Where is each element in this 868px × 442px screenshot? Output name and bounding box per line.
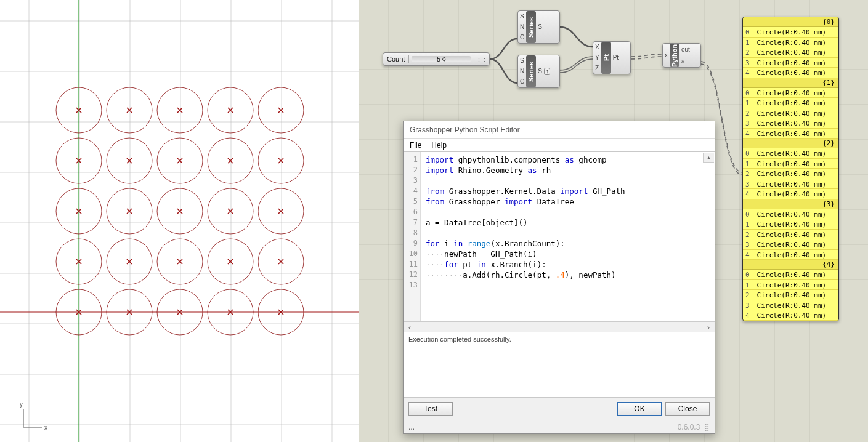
panel-item-row: 2 Circle(R:0.40 mm) [743, 47, 838, 58]
panel-item-row: 0 Circle(R:0.40 mm) [743, 88, 838, 98]
component-title: Series [526, 55, 536, 87]
panel-item-row: 4 Circle(R:0.40 mm) [743, 250, 838, 260]
test-button[interactable]: Test [408, 402, 453, 416]
branch-path-header: {1} [743, 78, 838, 88]
grasshopper-canvas[interactable]: Count 5 ◊ ⋮⋮ S N C Series S S N C Series… [359, 0, 868, 442]
close-button[interactable]: Close [665, 402, 710, 416]
panel-item-row: 4 Circle(R:0.40 mm) [743, 189, 838, 199]
port-C-in[interactable]: C [518, 33, 526, 42]
panel-item-row: 3 Circle(R:0.40 mm) [743, 300, 838, 311]
port-C-in[interactable]: C [518, 77, 526, 87]
editor-version: 0.6.0.3 [678, 423, 700, 432]
port-a[interactable]: a [679, 57, 692, 66]
editor-titlebar[interactable]: Grasshopper Python Script Editor [404, 121, 715, 139]
editor-menubar: File Help [404, 139, 715, 152]
port-Z[interactable]: Z [593, 63, 601, 73]
status-ellipsis: ... [408, 423, 415, 432]
editor-hscrollbar[interactable]: ‹ › [404, 321, 715, 332]
scroll-left-icon[interactable]: ‹ [405, 323, 415, 332]
panel-item-row: 1 Circle(R:0.40 mm) [743, 38, 838, 48]
resize-grip-icon[interactable]: 0.6.0.3 ⣿ [678, 423, 710, 432]
panel-item-row: 3 Circle(R:0.40 mm) [743, 118, 838, 129]
panel-item-row: 1 Circle(R:0.40 mm) [743, 159, 838, 169]
panel-item-row: 1 Circle(R:0.40 mm) [743, 98, 838, 108]
execution-status: Execution completed successfully. [408, 336, 511, 343]
component-title: Pt [601, 42, 611, 74]
branch-path-header: {0} [743, 17, 838, 27]
graft-icon: ↑ [544, 68, 551, 75]
code-area: ▴ 1 2 3 4 5 6 7 8 9 10 11 12 13 import g… [404, 152, 715, 321]
slider-label: Count [383, 55, 409, 63]
menu-file[interactable]: File [410, 141, 421, 150]
port-Pt-out[interactable]: Pt [611, 53, 620, 63]
panel-item-row: 4 Circle(R:0.40 mm) [743, 310, 838, 321]
panel-item-row: 0 Circle(R:0.40 mm) [743, 270, 838, 280]
slider-value: 5 ◊ [437, 55, 446, 63]
rhino-viewport[interactable]: xy [0, 0, 359, 442]
branch-path-header: {2} [743, 139, 838, 148]
svg-text:x: x [44, 424, 47, 431]
editor-statusbar: ... 0.6.0.3 ⣿ [404, 420, 715, 433]
port-Y[interactable]: Y [593, 53, 601, 63]
panel-item-row: 2 Circle(R:0.40 mm) [743, 108, 838, 119]
output-panel[interactable]: {0}0 Circle(R:0.40 mm)1 Circle(R:0.40 mm… [742, 17, 839, 321]
svg-text:y: y [20, 401, 23, 408]
port-S-in[interactable]: S [518, 12, 526, 22]
component-series-2[interactable]: S N C Series S ↑ [517, 55, 560, 88]
python-script-editor-window[interactable]: Grasshopper Python Script Editor File He… [403, 121, 715, 434]
component-title: Series [526, 11, 536, 43]
port-N-in[interactable]: N [518, 22, 526, 32]
code-editor[interactable]: import ghpythonlib.components as ghcomp … [421, 152, 715, 321]
port-S-in[interactable]: S [518, 56, 526, 66]
port-S-out[interactable]: S [536, 22, 544, 32]
port-out[interactable]: out [679, 45, 692, 55]
panel-item-row: 3 Circle(R:0.40 mm) [743, 239, 838, 250]
panel-item-row: 0 Circle(R:0.40 mm) [743, 209, 838, 220]
component-series-1[interactable]: S N C Series S [517, 10, 560, 44]
panel-item-row: 2 Circle(R:0.40 mm) [743, 290, 838, 300]
panel-item-row: 1 Circle(R:0.40 mm) [743, 280, 838, 291]
slider-grip-icon: ⋮⋮ [473, 55, 489, 63]
port-S-out[interactable]: S [536, 66, 544, 76]
panel-item-row: 3 Circle(R:0.40 mm) [743, 58, 838, 68]
scroll-right-icon[interactable]: › [704, 323, 713, 332]
line-gutter: 1 2 3 4 5 6 7 8 9 10 11 12 13 [404, 152, 421, 321]
panel-item-row: 2 Circle(R:0.40 mm) [743, 230, 838, 240]
ok-button[interactable]: OK [617, 402, 662, 416]
editor-title: Grasshopper Python Script Editor [410, 126, 520, 134]
branch-path-header: {3} [743, 199, 838, 209]
component-python[interactable]: x Python out a [662, 43, 701, 68]
viewport-svg: xy [0, 0, 359, 442]
port-X[interactable]: X [593, 42, 601, 52]
port-x-in[interactable]: x [663, 50, 670, 60]
slider-track[interactable]: 5 ◊ [412, 56, 471, 62]
number-slider-count[interactable]: Count 5 ◊ ⋮⋮ [383, 52, 490, 66]
panel-item-row: 2 Circle(R:0.40 mm) [743, 169, 838, 179]
port-N-in[interactable]: N [518, 66, 526, 76]
panel-item-row: 0 Circle(R:0.40 mm) [743, 27, 838, 38]
panel-item-row: 0 Circle(R:0.40 mm) [743, 148, 838, 159]
panel-item-row: 3 Circle(R:0.40 mm) [743, 179, 838, 190]
close-icon[interactable] [697, 124, 708, 135]
menu-help[interactable]: Help [431, 141, 447, 150]
editor-button-bar: Test OK Close [404, 398, 715, 420]
branch-path-header: {4} [743, 260, 838, 270]
panel-item-row: 1 Circle(R:0.40 mm) [743, 219, 838, 230]
component-title: Python [670, 44, 679, 67]
editor-output-pane: Execution completed successfully. [404, 332, 715, 398]
panel-item-row: 4 Circle(R:0.40 mm) [743, 68, 838, 78]
scroll-up-icon[interactable]: ▴ [703, 153, 714, 163]
panel-item-row: 4 Circle(R:0.40 mm) [743, 129, 838, 139]
component-construct-point[interactable]: X Y Z Pt Pt [593, 41, 631, 74]
